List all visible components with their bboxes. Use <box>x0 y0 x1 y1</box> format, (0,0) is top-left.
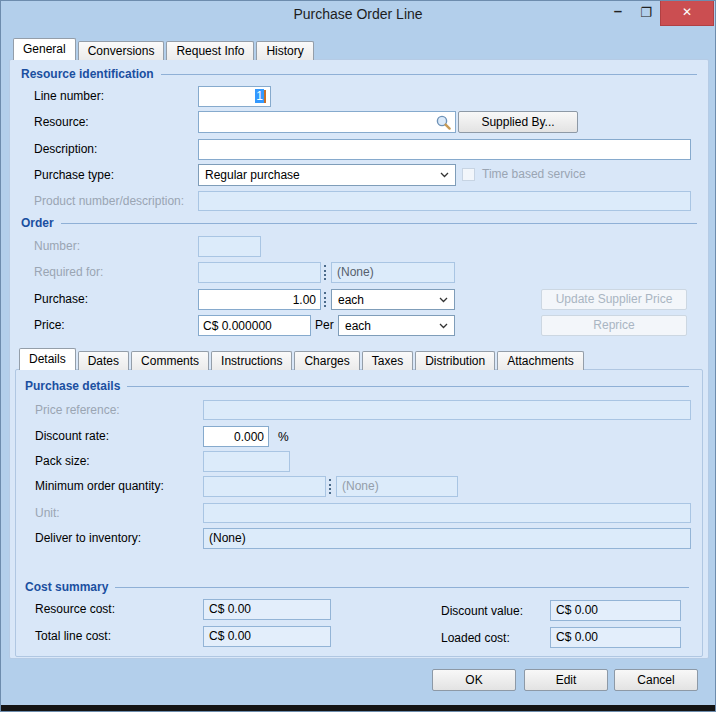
line-number-label: Line number: <box>34 86 104 107</box>
discount-rate-input[interactable] <box>203 426 269 447</box>
pack-size-label: Pack size: <box>35 451 90 472</box>
unit-field <box>203 503 691 523</box>
per-label: Per <box>315 315 334 336</box>
purchase-type-select[interactable]: Regular purchase <box>198 164 456 186</box>
price-label: Price: <box>34 315 65 336</box>
minimum-order-quantity-none-field: (None) <box>336 476 458 497</box>
total-line-cost-label: Total line cost: <box>35 626 111 647</box>
chevron-down-icon <box>439 323 448 329</box>
tab-taxes[interactable]: Taxes <box>362 351 413 370</box>
edit-button[interactable]: Edit <box>524 669 608 691</box>
purchase-label: Purchase: <box>34 289 88 310</box>
tab-charges[interactable]: Charges <box>294 351 359 370</box>
text-caret <box>264 90 266 103</box>
resource-input[interactable] <box>199 112 433 132</box>
product-number-label: Product number/description: <box>34 191 184 212</box>
cost-summary-header: Cost summary <box>25 580 689 594</box>
ok-button[interactable]: OK <box>432 669 516 691</box>
discount-value-field: C$ 0.00 <box>550 600 681 621</box>
close-icon: ✕ <box>682 5 692 19</box>
resource-label: Resource: <box>34 112 89 133</box>
section-title: Purchase details <box>25 379 120 393</box>
outer-tab-strip: General Conversions Request Info History <box>13 38 316 60</box>
minimum-order-quantity-field <box>203 476 326 497</box>
required-for-label: Required for: <box>34 262 103 283</box>
reprice-button: Reprice <box>541 315 687 336</box>
price-unit-select[interactable]: each <box>338 315 455 336</box>
percent-label: % <box>278 427 289 448</box>
tab-dates[interactable]: Dates <box>78 351 129 370</box>
order-header: Order <box>21 216 697 230</box>
tab-distribution[interactable]: Distribution <box>415 351 495 370</box>
time-based-service-checkbox <box>462 168 475 181</box>
close-button[interactable]: ✕ <box>660 1 714 26</box>
purchase-details-header: Purchase details <box>25 379 689 393</box>
description-label: Description: <box>34 139 97 160</box>
section-rule <box>161 74 697 75</box>
resource-field[interactable] <box>198 111 456 133</box>
splitter-dots-icon <box>329 479 331 494</box>
total-line-cost-field: C$ 0.00 <box>203 626 331 647</box>
required-for-none-field: (None) <box>331 262 455 283</box>
discount-value-label: Discount value: <box>441 601 523 622</box>
purchase-unit-select[interactable]: each <box>331 289 455 310</box>
cancel-button[interactable]: Cancel <box>614 669 698 691</box>
loaded-cost-label: Loaded cost: <box>441 628 510 649</box>
maximize-button[interactable]: ❐ <box>633 1 659 26</box>
tab-general[interactable]: General <box>13 38 76 60</box>
price-unit-value: each <box>345 319 371 333</box>
tab-conversions[interactable]: Conversions <box>78 41 165 60</box>
chevron-down-icon <box>440 172 449 178</box>
price-input[interactable] <box>198 315 311 336</box>
minimum-order-quantity-label: Minimum order quantity: <box>35 476 164 497</box>
minimize-icon: – <box>614 2 622 19</box>
supplied-by-button[interactable]: Supplied By... <box>458 111 578 133</box>
price-reference-field <box>203 400 691 420</box>
pack-size-field <box>203 451 290 472</box>
purchase-unit-value: each <box>338 293 364 307</box>
section-title: Order <box>21 216 54 230</box>
discount-rate-label: Discount rate: <box>35 426 109 447</box>
section-title: Resource identification <box>21 67 154 81</box>
splitter-dots-icon <box>324 265 326 280</box>
deliver-to-inventory-label: Deliver to inventory: <box>35 528 141 549</box>
description-input[interactable] <box>198 139 691 160</box>
order-number-field <box>198 236 261 257</box>
resource-cost-label: Resource cost: <box>35 599 115 620</box>
tab-comments[interactable]: Comments <box>131 351 209 370</box>
purchase-quantity-input[interactable] <box>198 289 321 310</box>
section-rule <box>127 386 689 387</box>
required-for-field <box>198 262 321 283</box>
purchase-type-label: Purchase type: <box>34 165 114 186</box>
tab-request-info[interactable]: Request Info <box>166 41 254 60</box>
loaded-cost-field: C$ 0.00 <box>550 627 681 648</box>
tab-attachments[interactable]: Attachments <box>497 351 584 370</box>
resource-cost-field: C$ 0.00 <box>203 599 331 620</box>
line-number-value: 1 <box>255 89 264 103</box>
resource-identification-header: Resource identification <box>21 67 697 81</box>
splitter-dots-icon <box>324 292 326 307</box>
update-supplier-price-button: Update Supplier Price <box>541 289 687 310</box>
unit-label: Unit: <box>35 503 60 524</box>
order-number-label: Number: <box>34 236 80 257</box>
section-title: Cost summary <box>25 580 108 594</box>
maximize-icon: ❐ <box>640 5 652 20</box>
chevron-down-icon <box>439 297 448 303</box>
price-reference-label: Price reference: <box>35 400 120 421</box>
section-rule <box>61 223 697 224</box>
section-rule <box>115 587 689 588</box>
line-number-field[interactable]: 1 <box>198 86 271 107</box>
tab-details[interactable]: Details <box>19 348 76 370</box>
inner-tab-strip: Details Dates Comments Instructions Char… <box>19 348 586 370</box>
window-shadow-edge <box>1 705 716 711</box>
minimize-button[interactable]: – <box>605 1 631 26</box>
purchase-type-value: Regular purchase <box>205 168 300 182</box>
deliver-to-inventory-field[interactable]: (None) <box>203 528 691 549</box>
tab-instructions[interactable]: Instructions <box>211 351 292 370</box>
time-based-service-label: Time based service <box>482 164 586 185</box>
tab-history[interactable]: History <box>256 41 313 60</box>
search-icon[interactable] <box>435 114 452 131</box>
purchase-order-line-dialog: Purchase Order Line – ❐ ✕ General Conver… <box>0 0 716 712</box>
product-number-field <box>198 191 691 211</box>
